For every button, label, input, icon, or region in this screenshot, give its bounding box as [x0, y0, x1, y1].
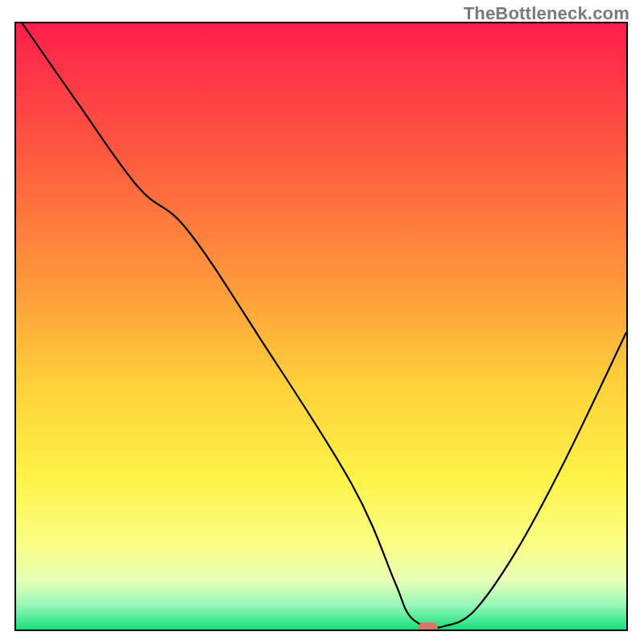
chart-svg — [16, 23, 626, 630]
chart-frame — [14, 22, 628, 631]
background-rect — [16, 23, 626, 630]
minimum-marker — [419, 622, 438, 630]
